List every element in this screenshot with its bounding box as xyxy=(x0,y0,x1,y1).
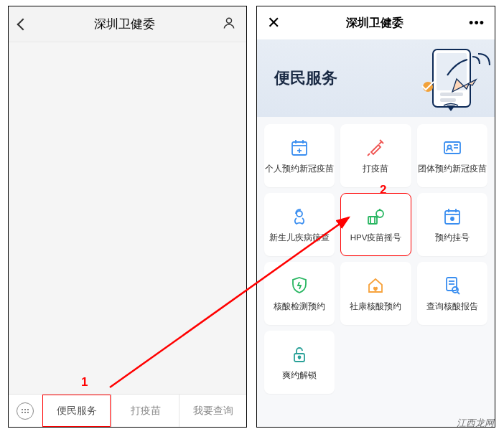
account-title: 深圳卫健委 xyxy=(34,16,215,32)
shield-bolt-icon xyxy=(289,275,309,296)
card-label: 预约挂号 xyxy=(435,232,470,243)
page-title: 深圳卫健委 xyxy=(280,16,469,31)
svg-rect-4 xyxy=(440,98,456,102)
card-label: HPV疫苗摇号 xyxy=(350,232,402,243)
banner-illustration xyxy=(379,47,490,115)
card-vaccine[interactable]: 打疫苗 xyxy=(340,124,411,187)
annotation-step-2: 2 xyxy=(380,183,386,197)
card-label: 团体预约新冠疫苗 xyxy=(418,164,487,174)
svg-point-0 xyxy=(227,18,232,23)
close-icon[interactable]: ✕ xyxy=(267,15,280,31)
calendar-check-icon xyxy=(442,207,462,227)
card-label: 查询核酸报告 xyxy=(426,301,478,312)
card-label: 打疫苗 xyxy=(363,164,388,174)
card-community-test[interactable]: 社康核酸预约 xyxy=(340,262,411,325)
banner-title: 便民服务 xyxy=(274,67,337,89)
card-test-report[interactable]: 查询核酸报告 xyxy=(417,262,487,325)
svg-point-19 xyxy=(297,211,302,217)
annotation-step-1: 1 xyxy=(81,375,88,390)
tab-convenience-service[interactable]: 便民服务 xyxy=(42,395,111,427)
service-grid: 个人预约新冠疫苗 打疫苗 团体预约新冠疫苗 新生儿疾病筛查 xyxy=(257,117,495,401)
svg-rect-3 xyxy=(440,93,463,96)
card-group-covid-vaccine[interactable]: 团体预约新冠疫苗 xyxy=(417,124,487,187)
svg-point-30 xyxy=(451,217,454,220)
svg-point-34 xyxy=(452,287,458,293)
card-appointment[interactable]: 预约挂号 xyxy=(417,193,487,256)
card-hpv-lottery[interactable]: HPV疫苗摇号 xyxy=(340,193,411,256)
card-unlock-noshow[interactable]: 爽约解锁 xyxy=(264,331,335,394)
bottom-menu: 便民服务 打疫苗 我要查询 xyxy=(9,394,246,427)
group-id-icon xyxy=(442,138,462,158)
header-bar: 深圳卫健委 xyxy=(9,6,246,42)
home-heart-icon xyxy=(365,275,386,296)
svg-line-14 xyxy=(368,154,370,156)
card-label: 核酸检测预约 xyxy=(274,301,325,312)
tab-vaccine[interactable]: 打疫苗 xyxy=(111,395,179,427)
more-icon[interactable]: ••• xyxy=(469,16,485,31)
card-label: 社康核酸预约 xyxy=(350,301,401,312)
svg-rect-20 xyxy=(368,217,377,224)
header-bar: ✕ 深圳卫健委 ••• xyxy=(257,6,495,39)
watermark: 江西龙网 xyxy=(457,417,494,430)
wechat-account-screen: 深圳卫健委 便民服务 打疫苗 我要查询 xyxy=(8,6,247,428)
tab-query[interactable]: 我要查询 xyxy=(179,395,246,427)
keyboard-icon[interactable] xyxy=(9,402,42,420)
card-newborn-screening[interactable]: 新生儿疾病筛查 xyxy=(264,193,335,256)
unlock-icon xyxy=(289,344,309,364)
banner: 便民服务 xyxy=(257,39,495,117)
card-nucleic-acid-test[interactable]: 核酸检测预约 xyxy=(264,262,335,325)
svg-line-35 xyxy=(457,292,459,294)
card-label: 个人预约新冠疫苗 xyxy=(265,164,334,174)
calendar-plus-icon xyxy=(289,138,309,158)
card-label: 爽约解锁 xyxy=(282,370,317,381)
card-personal-covid-vaccine[interactable]: 个人预约新冠疫苗 xyxy=(264,124,335,187)
empty-content xyxy=(9,42,246,394)
back-icon[interactable] xyxy=(19,20,27,29)
mini-program-screen: ✕ 深圳卫健委 ••• 便民服务 xyxy=(256,6,495,428)
profile-icon[interactable] xyxy=(222,16,236,33)
baby-icon xyxy=(289,207,309,227)
report-search-icon xyxy=(442,275,462,296)
card-label: 新生儿疾病筛查 xyxy=(269,232,330,243)
hpv-lottery-icon xyxy=(365,207,386,227)
syringe-icon xyxy=(365,138,386,158)
